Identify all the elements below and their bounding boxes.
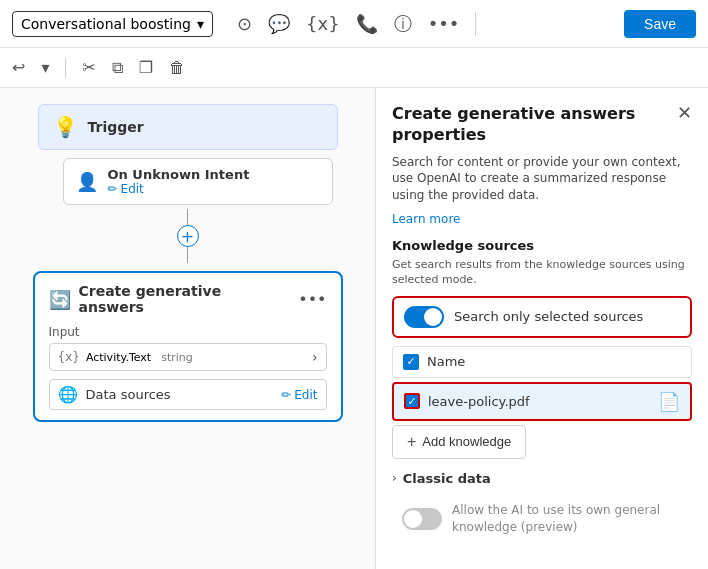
trigger-icon: 💡 (53, 115, 78, 139)
name-column-label: Name (427, 354, 681, 369)
knowledge-name-row[interactable]: ✓ Name (392, 346, 692, 378)
knowledge-sources-title: Knowledge sources (392, 238, 692, 253)
save-button[interactable]: Save (624, 10, 696, 38)
search-toggle-label: Search only selected sources (454, 309, 643, 324)
cga-more-icon[interactable]: ••• (298, 290, 326, 309)
canvas: 💡 Trigger 👤 On Unknown Intent ✏️ Edit + … (0, 88, 375, 569)
pencil-icon-2: ✏️ (281, 388, 291, 402)
info-icon[interactable]: ⓘ (394, 12, 412, 36)
input-row[interactable]: {x} Activity.Text string › (49, 343, 327, 371)
data-sources-edit-link[interactable]: ✏️ Edit (281, 388, 317, 402)
copy-icon[interactable]: ⧉ (112, 58, 123, 77)
toolbar-divider (65, 58, 66, 78)
panel-title: Create generative answers properties (392, 104, 677, 146)
string-type-chip: string (161, 351, 193, 364)
toolbar: ↩ ▾ ✂ ⧉ ❐ 🗑 (0, 48, 708, 88)
unknown-intent-content: On Unknown Intent ✏️ Edit (108, 167, 250, 196)
connector-line (187, 209, 188, 225)
input-arrow-icon[interactable]: › (312, 349, 318, 365)
globe-icon: 🌐 (58, 385, 78, 404)
leave-policy-checkbox[interactable]: ✓ (404, 393, 420, 409)
toggle-thumb-disabled (404, 510, 422, 528)
add-node-button[interactable]: + (177, 225, 199, 247)
data-sources-label: Data sources (86, 387, 274, 402)
search-toggle[interactable] (404, 306, 444, 328)
allow-ai-row: Allow the AI to use its own general know… (392, 494, 692, 544)
cut-icon[interactable]: ✂ (82, 58, 95, 77)
plus-icon: + (407, 433, 416, 451)
toggle-thumb (424, 308, 442, 326)
unknown-intent-icon: 👤 (76, 171, 98, 192)
learn-more-link[interactable]: Learn more (392, 212, 692, 226)
chevron-down-icon: ▾ (197, 16, 204, 32)
close-button[interactable]: ✕ (677, 104, 692, 122)
check-icon: ✓ (406, 356, 415, 367)
copilot-icon[interactable]: ⊙ (237, 13, 252, 34)
allow-ai-toggle[interactable] (402, 508, 442, 530)
topbar-icons: ⊙ 💬 {x} 📞 ⓘ ••• Save (237, 10, 696, 38)
trigger-label: Trigger (88, 119, 144, 135)
chevron-right-icon: › (392, 471, 397, 485)
input-section: Input {x} Activity.Text string › (49, 325, 327, 371)
cga-title: Create generative answers (79, 283, 291, 315)
trigger-block: 💡 Trigger (38, 104, 338, 150)
delete-icon[interactable]: 🗑 (169, 58, 185, 77)
classic-data-header[interactable]: › Classic data (392, 471, 692, 486)
topbar-divider (475, 12, 476, 36)
panel-header: Create generative answers properties ✕ (392, 104, 692, 146)
classic-data-section: › Classic data Allow the AI to use its o… (392, 471, 692, 544)
cga-block: 🔄 Create generative answers ••• Input {x… (33, 271, 343, 422)
cga-icon: 🔄 (49, 289, 71, 310)
pdf-icon: 📄 (658, 391, 680, 412)
search-toggle-row: Search only selected sources (392, 296, 692, 338)
chat-icon[interactable]: 💬 (268, 13, 290, 34)
allow-ai-label: Allow the AI to use its own general know… (452, 502, 682, 536)
topbar: Conversational boosting ▾ ⊙ 💬 {x} 📞 ⓘ ••… (0, 0, 708, 48)
undo-icon[interactable]: ↩ (12, 58, 25, 77)
input-label: Input (49, 325, 327, 339)
variable-icon[interactable]: {x} (306, 13, 340, 34)
knowledge-sources-desc: Get search results from the knowledge so… (392, 257, 692, 288)
unknown-intent-block: 👤 On Unknown Intent ✏️ Edit (63, 158, 333, 205)
variable-chip-icon: {x} (58, 350, 80, 364)
leave-policy-label: leave-policy.pdf (428, 394, 650, 409)
leave-policy-row[interactable]: ✓ leave-policy.pdf 📄 (392, 382, 692, 421)
connector: + (177, 209, 199, 263)
unknown-intent-edit-link[interactable]: ✏️ Edit (108, 182, 250, 196)
redo-dropdown-icon[interactable]: ▾ (41, 58, 49, 77)
title-dropdown[interactable]: Conversational boosting ▾ (12, 11, 213, 37)
activity-text-chip: Activity.Text (86, 351, 151, 364)
phone-icon[interactable]: 📞 (356, 13, 378, 34)
classic-data-title: Classic data (403, 471, 491, 486)
add-knowledge-button[interactable]: + Add knowledge (392, 425, 526, 459)
topbar-title: Conversational boosting (21, 16, 191, 32)
main-layout: 💡 Trigger 👤 On Unknown Intent ✏️ Edit + … (0, 88, 708, 569)
more-icon[interactable]: ••• (428, 13, 460, 34)
add-knowledge-label: Add knowledge (422, 434, 511, 449)
pencil-icon: ✏️ (108, 182, 118, 196)
panel-description: Search for content or provide your own c… (392, 154, 692, 204)
data-sources-row[interactable]: 🌐 Data sources ✏️ Edit (49, 379, 327, 410)
name-checkbox[interactable]: ✓ (403, 354, 419, 370)
connector-line-2 (187, 247, 188, 263)
unknown-intent-title: On Unknown Intent (108, 167, 250, 182)
check-icon-2: ✓ (407, 396, 416, 407)
paste-icon[interactable]: ❐ (139, 58, 153, 77)
right-panel: Create generative answers properties ✕ S… (375, 88, 708, 569)
cga-header: 🔄 Create generative answers ••• (49, 283, 327, 315)
